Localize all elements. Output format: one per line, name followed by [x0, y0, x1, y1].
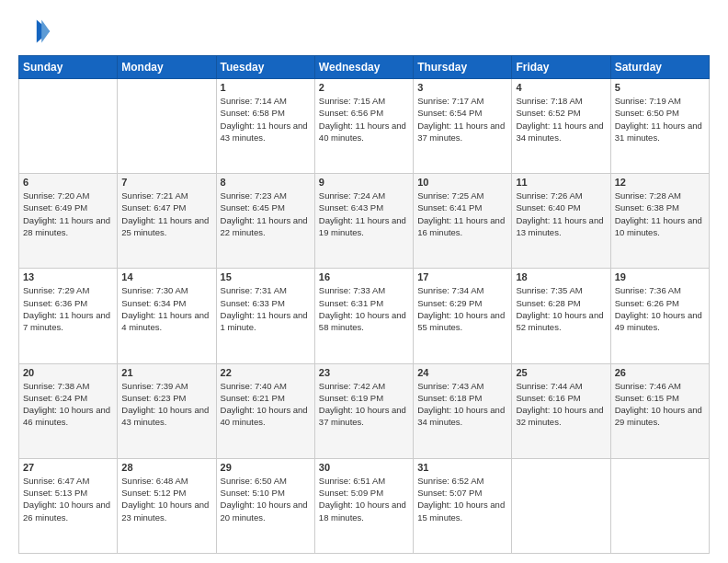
day-info: Sunrise: 7:14 AMSunset: 6:58 PMDaylight:…: [221, 95, 311, 144]
calendar-day-cell: 12Sunrise: 7:28 AMSunset: 6:38 PMDayligh…: [610, 174, 709, 269]
calendar-day-cell: 13Sunrise: 7:29 AMSunset: 6:36 PMDayligh…: [19, 269, 118, 363]
calendar-day-cell: 9Sunrise: 7:24 AMSunset: 6:43 PMDaylight…: [314, 174, 413, 269]
day-info-line: Sunrise: 6:52 AM: [417, 475, 507, 487]
day-info-line: Daylight: 10 hours and 23 minutes.: [121, 499, 211, 523]
day-info-line: Sunset: 6:28 PM: [516, 297, 606, 309]
day-info-line: Sunset: 6:38 PM: [615, 201, 705, 213]
day-info-line: Sunset: 6:45 PM: [221, 201, 311, 213]
day-number: 20: [23, 367, 113, 378]
day-info: Sunrise: 7:38 AMSunset: 6:24 PMDaylight:…: [23, 380, 113, 429]
day-info-line: Sunset: 6:33 PM: [221, 297, 311, 309]
day-info-line: Daylight: 11 hours and 19 minutes.: [319, 214, 409, 239]
day-info-line: Sunrise: 7:20 AM: [23, 190, 113, 201]
calendar-day-cell: 1Sunrise: 7:14 AMSunset: 6:58 PMDaylight…: [216, 79, 314, 174]
day-info-line: Sunset: 6:26 PM: [615, 297, 705, 309]
weekday-header: Saturday: [610, 56, 709, 79]
calendar-week-row: 6Sunrise: 7:20 AMSunset: 6:49 PMDaylight…: [19, 174, 710, 269]
calendar-day-cell: 14Sunrise: 7:30 AMSunset: 6:34 PMDayligh…: [118, 269, 216, 363]
day-number: 16: [319, 271, 409, 282]
day-info-line: Daylight: 10 hours and 46 minutes.: [23, 404, 113, 429]
day-info-line: Sunrise: 7:43 AM: [417, 380, 507, 392]
day-info: Sunrise: 7:33 AMSunset: 6:31 PMDaylight:…: [319, 284, 409, 333]
day-info-line: Daylight: 10 hours and 37 minutes.: [319, 404, 409, 429]
day-info-line: Sunset: 5:09 PM: [319, 487, 409, 499]
day-info-line: Daylight: 10 hours and 49 minutes.: [615, 309, 705, 334]
day-info-line: Sunrise: 7:31 AM: [221, 284, 311, 296]
day-info-line: Daylight: 11 hours and 40 minutes.: [319, 120, 409, 144]
day-info-line: Sunrise: 7:23 AM: [221, 190, 311, 201]
day-number: 30: [319, 462, 409, 473]
day-info-line: Sunset: 6:31 PM: [319, 297, 409, 309]
day-number: 9: [319, 177, 409, 188]
calendar-day-cell: [610, 458, 709, 553]
day-number: 21: [121, 367, 211, 378]
page: SundayMondayTuesdayWednesdayThursdayFrid…: [0, 0, 728, 563]
day-info-line: Sunrise: 6:48 AM: [121, 475, 211, 487]
day-info-line: Sunrise: 7:39 AM: [121, 380, 211, 392]
day-number: 31: [417, 462, 507, 473]
calendar-day-cell: 21Sunrise: 7:39 AMSunset: 6:23 PMDayligh…: [118, 363, 216, 458]
calendar-day-cell: 30Sunrise: 6:51 AMSunset: 5:09 PMDayligh…: [314, 458, 413, 553]
day-info-line: Sunset: 6:21 PM: [221, 392, 311, 404]
day-number: 25: [516, 367, 606, 378]
day-number: 22: [221, 367, 311, 378]
calendar-day-cell: 3Sunrise: 7:17 AMSunset: 6:54 PMDaylight…: [414, 79, 512, 174]
day-number: 6: [23, 177, 113, 188]
day-number: 26: [615, 367, 705, 378]
calendar-day-cell: [118, 79, 216, 174]
calendar-day-cell: 6Sunrise: 7:20 AMSunset: 6:49 PMDaylight…: [19, 174, 118, 269]
calendar-day-cell: 20Sunrise: 7:38 AMSunset: 6:24 PMDayligh…: [19, 363, 118, 458]
day-number: 14: [121, 271, 211, 282]
calendar-day-cell: [512, 458, 610, 553]
calendar-week-row: 13Sunrise: 7:29 AMSunset: 6:36 PMDayligh…: [19, 269, 710, 363]
day-info-line: Daylight: 10 hours and 18 minutes.: [319, 499, 409, 523]
day-info-line: Sunrise: 7:15 AM: [319, 95, 409, 107]
day-info: Sunrise: 7:34 AMSunset: 6:29 PMDaylight:…: [417, 284, 507, 333]
day-info-line: Sunrise: 7:38 AM: [23, 380, 113, 392]
calendar-day-cell: 16Sunrise: 7:33 AMSunset: 6:31 PMDayligh…: [314, 269, 413, 363]
calendar-day-cell: 5Sunrise: 7:19 AMSunset: 6:50 PMDaylight…: [610, 79, 709, 174]
day-number: 2: [319, 82, 409, 93]
day-info-line: Sunrise: 7:40 AM: [221, 380, 311, 392]
day-info: Sunrise: 7:15 AMSunset: 6:56 PMDaylight:…: [319, 95, 409, 144]
day-info: Sunrise: 7:31 AMSunset: 6:33 PMDaylight:…: [221, 284, 311, 333]
day-info: Sunrise: 7:40 AMSunset: 6:21 PMDaylight:…: [221, 380, 311, 429]
day-info: Sunrise: 7:17 AMSunset: 6:54 PMDaylight:…: [417, 95, 507, 144]
day-info-line: Sunrise: 7:29 AM: [23, 284, 113, 296]
day-info-line: Sunrise: 7:21 AM: [121, 190, 211, 201]
day-info-line: Daylight: 10 hours and 52 minutes.: [516, 309, 606, 334]
day-info-line: Daylight: 10 hours and 34 minutes.: [417, 404, 507, 429]
day-info-line: Sunset: 6:36 PM: [23, 297, 113, 309]
day-info-line: Sunset: 6:43 PM: [319, 201, 409, 213]
day-info-line: Sunrise: 7:14 AM: [221, 95, 311, 107]
day-number: 29: [221, 462, 311, 473]
calendar-day-cell: 18Sunrise: 7:35 AMSunset: 6:28 PMDayligh…: [512, 269, 610, 363]
day-info-line: Sunrise: 7:19 AM: [615, 95, 705, 107]
day-info-line: Sunset: 6:52 PM: [516, 107, 606, 119]
calendar-day-cell: 28Sunrise: 6:48 AMSunset: 5:12 PMDayligh…: [118, 458, 216, 553]
day-info-line: Daylight: 11 hours and 10 minutes.: [615, 214, 705, 239]
calendar-day-cell: 26Sunrise: 7:46 AMSunset: 6:15 PMDayligh…: [610, 363, 709, 458]
day-number: 24: [417, 367, 507, 378]
day-info-line: Daylight: 10 hours and 40 minutes.: [221, 404, 311, 429]
day-info: Sunrise: 7:35 AMSunset: 6:28 PMDaylight:…: [516, 284, 606, 333]
day-number: 27: [23, 462, 113, 473]
day-info-line: Daylight: 11 hours and 31 minutes.: [615, 120, 705, 144]
day-info-line: Daylight: 10 hours and 29 minutes.: [615, 404, 705, 429]
day-info: Sunrise: 7:44 AMSunset: 6:16 PMDaylight:…: [516, 380, 606, 429]
day-info-line: Sunset: 6:16 PM: [516, 392, 606, 404]
day-info-line: Daylight: 11 hours and 13 minutes.: [516, 214, 606, 239]
svg-marker-1: [41, 19, 50, 42]
calendar-table: SundayMondayTuesdayWednesdayThursdayFrid…: [18, 55, 710, 554]
calendar-day-cell: 24Sunrise: 7:43 AMSunset: 6:18 PMDayligh…: [414, 363, 512, 458]
day-info-line: Sunrise: 7:18 AM: [516, 95, 606, 107]
calendar-day-cell: 25Sunrise: 7:44 AMSunset: 6:16 PMDayligh…: [512, 363, 610, 458]
day-info-line: Sunset: 6:50 PM: [615, 107, 705, 119]
day-number: 28: [121, 462, 211, 473]
day-info-line: Sunset: 6:15 PM: [615, 392, 705, 404]
day-info-line: Sunrise: 7:35 AM: [516, 284, 606, 296]
day-info-line: Daylight: 11 hours and 7 minutes.: [23, 309, 113, 334]
day-info-line: Sunrise: 7:17 AM: [417, 95, 507, 107]
day-info: Sunrise: 7:28 AMSunset: 6:38 PMDaylight:…: [615, 190, 705, 238]
day-info-line: Daylight: 11 hours and 34 minutes.: [516, 120, 606, 144]
